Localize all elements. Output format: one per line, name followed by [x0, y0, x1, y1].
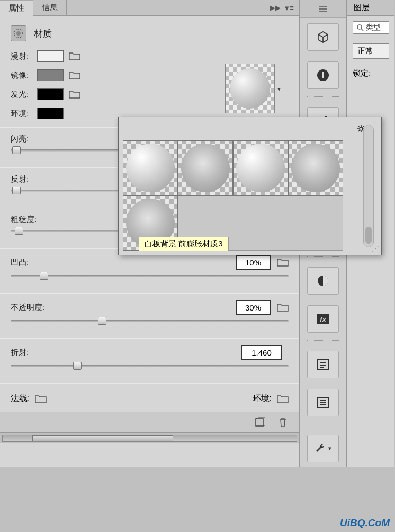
shine-label: 闪亮:: [11, 134, 29, 144]
folder-icon[interactable]: [35, 394, 47, 404]
rough-label: 粗糙度:: [11, 215, 37, 225]
chevron-down-icon[interactable]: ▼: [276, 86, 282, 92]
folder-icon[interactable]: [69, 90, 80, 99]
svg-rect-2: [256, 419, 263, 426]
material-picker-popup: ▾ ⋰: [118, 117, 382, 255]
tooltip: 白板背景 前膨胀材质3: [139, 237, 229, 251]
diffuse-label: 漫射:: [11, 51, 37, 61]
tab-properties[interactable]: 属性: [0, 0, 33, 16]
refract-label: 折射:: [11, 348, 29, 358]
folder-icon[interactable]: [69, 70, 80, 80]
panel-header: 材质: [0, 16, 299, 49]
panel-title: 材质: [34, 28, 52, 40]
glow-swatch[interactable]: [37, 88, 64, 100]
dock-list1-icon[interactable]: [307, 351, 339, 378]
dock-list2-icon[interactable]: [307, 389, 339, 416]
ambient-label: 环境:: [11, 109, 37, 119]
panel-footer: [0, 412, 299, 432]
svg-point-1: [16, 31, 21, 36]
refract-input[interactable]: [241, 345, 282, 360]
trash-icon[interactable]: [277, 416, 289, 428]
material-item[interactable]: [233, 140, 288, 196]
layers-filter[interactable]: 类型: [353, 21, 389, 34]
tab-info[interactable]: 信息: [33, 0, 67, 15]
svg-point-13: [360, 127, 363, 130]
folder-icon[interactable]: [277, 303, 289, 312]
folder-icon[interactable]: [277, 258, 289, 267]
material-item[interactable]: [288, 140, 343, 196]
opacity-label: 不透明度:: [11, 303, 44, 313]
material-item[interactable]: [123, 140, 178, 196]
material-preview[interactable]: ▼: [225, 64, 275, 113]
bump-slider[interactable]: [11, 275, 289, 277]
refract-slider[interactable]: [11, 365, 289, 367]
bump-input[interactable]: [236, 255, 271, 270]
material-item[interactable]: [178, 140, 233, 196]
specular-swatch[interactable]: [37, 69, 64, 81]
normal-label: 法线:: [11, 393, 30, 404]
diffuse-swatch[interactable]: [37, 50, 64, 62]
cube-icon[interactable]: [254, 416, 265, 428]
ambient-swatch[interactable]: [37, 108, 64, 119]
glow-label: 发光:: [11, 90, 37, 100]
horizontal-scrollbar[interactable]: [0, 432, 299, 443]
env-label: 环境:: [253, 393, 272, 404]
svg-point-12: [357, 25, 362, 29]
svg-text:fx: fx: [320, 315, 326, 323]
tab-menu-icon[interactable]: ▾≡: [285, 3, 294, 13]
dock-contrast-icon[interactable]: [307, 267, 339, 295]
dock-info-icon[interactable]: i: [307, 61, 339, 89]
folder-icon[interactable]: [69, 51, 80, 61]
blend-mode-select[interactable]: 正常: [353, 43, 389, 59]
reflect-label: 反射:: [11, 174, 29, 184]
dock-3d-icon[interactable]: [307, 23, 339, 51]
opacity-slider[interactable]: [11, 320, 289, 322]
dock-collapse-icon[interactable]: [300, 0, 346, 18]
svg-text:i: i: [321, 70, 324, 81]
lock-label: 锁定:: [353, 68, 371, 78]
panel-tabs: 属性 信息 ▶▶ ▾≡: [0, 0, 299, 16]
resize-grip-icon[interactable]: ⋰: [372, 244, 379, 253]
popup-scrollbar[interactable]: [363, 125, 374, 247]
dock-wrench-icon[interactable]: ▾: [307, 435, 339, 462]
material-panel-icon: [11, 25, 26, 41]
material-grid: [123, 140, 345, 251]
folder-icon[interactable]: [277, 394, 289, 404]
bump-label: 凹凸:: [11, 258, 29, 268]
layers-tab[interactable]: 图层: [347, 0, 394, 16]
watermark: UiBQ.CoM: [340, 517, 390, 529]
opacity-input[interactable]: [236, 300, 271, 315]
specular-label: 镜像:: [11, 70, 37, 81]
dock-fx-icon[interactable]: fx: [307, 305, 339, 333]
tab-collapse-icon[interactable]: ▶▶: [270, 4, 281, 12]
